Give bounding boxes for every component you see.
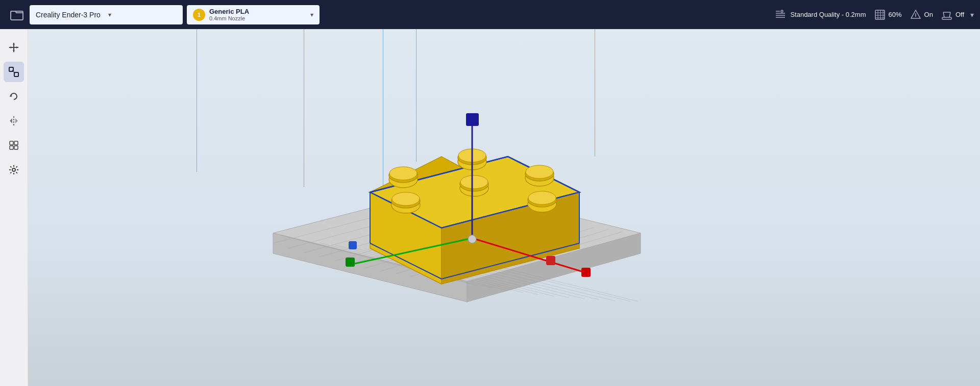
guide-line-v1 — [197, 29, 197, 172]
svg-rect-26 — [14, 72, 18, 76]
adhesion-section: Off — [941, 9, 964, 20]
rotate-icon — [8, 91, 19, 102]
svg-point-86 — [392, 192, 420, 205]
filament-info: Generic PLA 0.4mm Nozzle — [209, 8, 249, 21]
folder-icon — [10, 8, 24, 22]
svg-marker-30 — [10, 118, 12, 123]
move-icon — [8, 42, 19, 53]
svg-point-92 — [528, 191, 556, 204]
svg-point-89 — [460, 175, 488, 189]
quality-label: Standard Quality - 0.2mm — [790, 11, 866, 18]
svg-marker-21 — [13, 43, 15, 45]
sidebar-item-scale[interactable] — [4, 62, 24, 82]
logo-button[interactable] — [4, 0, 30, 29]
filament-chevron: ▾ — [310, 11, 313, 18]
svg-point-83 — [526, 165, 553, 178]
svg-rect-96 — [581, 268, 591, 277]
adhesion-label: Off — [955, 11, 964, 18]
adhesion-icon — [941, 9, 952, 20]
settings-dropdown-btn[interactable]: ▾ — [968, 9, 976, 21]
filament-nozzle: 0.4mm Nozzle — [209, 15, 249, 21]
svg-point-77 — [389, 167, 417, 180]
infill-value: 60% — [889, 11, 902, 18]
left-sidebar — [0, 29, 28, 386]
sidebar-item-support[interactable] — [4, 135, 24, 156]
support-section: On — [910, 9, 933, 20]
infill-icon — [874, 9, 886, 20]
scale-icon — [8, 66, 19, 78]
svg-rect-33 — [14, 141, 18, 145]
svg-rect-100 — [546, 256, 555, 265]
svg-rect-32 — [10, 141, 13, 145]
svg-marker-31 — [15, 118, 18, 123]
sidebar-item-mirror[interactable] — [4, 111, 24, 131]
svg-marker-24 — [16, 46, 18, 48]
svg-point-36 — [12, 168, 15, 171]
sidebar-item-rotate[interactable] — [4, 86, 24, 107]
topbar: Creality Ender-3 Pro ▾ 1 Generic PLA 0.4… — [0, 0, 980, 29]
svg-marker-23 — [9, 46, 11, 48]
svg-point-5 — [781, 10, 783, 12]
svg-rect-94 — [466, 113, 479, 126]
sidebar-item-move[interactable] — [4, 37, 24, 58]
quality-section: Standard Quality - 0.2mm — [775, 9, 866, 20]
support-icon — [910, 9, 921, 20]
printer-name: Creality Ender-3 Pro — [36, 11, 104, 19]
svg-marker-28 — [10, 94, 12, 97]
svg-rect-101 — [349, 241, 357, 249]
quality-icon — [775, 9, 786, 20]
sidebar-item-settings2[interactable] — [4, 160, 24, 180]
svg-rect-34 — [10, 146, 13, 149]
svg-rect-35 — [14, 146, 18, 149]
infill-section: 60% — [874, 9, 902, 20]
support-label: On — [924, 11, 933, 18]
svg-rect-15 — [942, 17, 951, 19]
svg-point-99 — [468, 235, 476, 243]
svg-marker-22 — [13, 50, 15, 52]
svg-line-16 — [943, 12, 944, 17]
mirror-icon — [8, 115, 19, 126]
printer-chevron: ▾ — [108, 11, 177, 18]
printer-selector[interactable]: Creality Ender-3 Pro ▾ — [30, 5, 183, 24]
filament-selector[interactable]: 1 Generic PLA 0.4mm Nozzle ▾ — [187, 5, 320, 24]
filament-badge: 1 — [193, 9, 205, 21]
filament-name: Generic PLA — [209, 8, 249, 15]
lego-scene — [222, 55, 681, 340]
gear-icon — [8, 164, 19, 175]
svg-line-17 — [949, 12, 950, 17]
support-struct-icon — [8, 140, 19, 151]
viewport[interactable] — [28, 29, 980, 386]
svg-rect-98 — [346, 258, 355, 267]
